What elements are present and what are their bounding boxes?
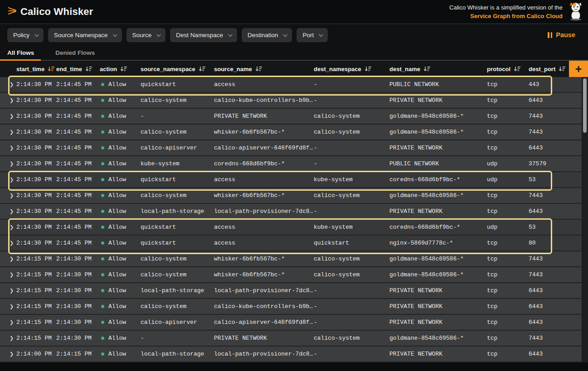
cell-protocol: tcp <box>487 97 529 104</box>
chevron-right-icon[interactable]: ❯ <box>0 97 16 103</box>
chevron-right-icon[interactable]: ❯ <box>0 304 16 309</box>
cell-action: Allow <box>100 176 141 183</box>
cell-dest_name: goldmane-8548c69586-* <box>389 192 487 199</box>
chevron-right-icon[interactable]: ❯ <box>0 240 16 246</box>
cell-source_namespace: kube-system <box>141 160 214 167</box>
table-row[interactable]: ❯2:14:30 PM2:14:45 PMAllowquickstartacce… <box>0 236 582 251</box>
cell-dest_namespace: calico-system <box>314 271 389 278</box>
green-dot-icon <box>101 226 104 229</box>
service-graph-link[interactable]: Service Graph from Calico Cloud <box>470 13 563 19</box>
cell-source_namespace: quickstart <box>141 81 214 88</box>
column-header-source_name[interactable]: source_name <box>214 66 314 72</box>
cell-source_namespace: calico-system <box>141 129 214 135</box>
chevron-right-icon[interactable]: ❯ <box>0 272 16 278</box>
table-row[interactable]: ❯2:14:30 PM2:14:45 PMAllowcalico-apiserv… <box>0 140 582 156</box>
chevron-right-icon[interactable]: ❯ <box>0 256 16 262</box>
column-header-dest_port[interactable]: dest_port <box>529 66 569 72</box>
cell-end_time: 2:14:30 PM <box>56 271 100 278</box>
green-dot-icon <box>101 337 104 340</box>
cell-start_time: 2:14:15 PM <box>16 287 56 294</box>
tab-all-flows[interactable]: All Flows <box>0 46 41 61</box>
tab-denied-flows[interactable]: Denied Flows <box>48 46 102 61</box>
cell-protocol: tcp <box>487 145 529 151</box>
cell-dest_namespace: - <box>314 319 389 326</box>
table-row[interactable]: ❯2:14:15 PM2:14:30 PMAllowcalico-systemc… <box>0 299 582 315</box>
cell-action: Allow <box>100 319 141 326</box>
column-header-action[interactable]: action <box>100 66 141 72</box>
chevron-right-icon[interactable]: ❯ <box>0 208 16 214</box>
cell-end_time: 2:14:45 PM <box>56 208 100 215</box>
cell-source_name: access <box>214 224 314 231</box>
table-row[interactable]: ❯2:14:30 PM2:14:45 PMAllowquickstartacce… <box>0 77 582 93</box>
filter-dropdown-port[interactable]: Port <box>296 28 328 42</box>
cell-end_time: 2:14:45 PM <box>56 81 100 88</box>
column-header-dest_name[interactable]: dest_name <box>389 66 487 72</box>
chevron-right-icon[interactable]: ❯ <box>0 351 16 357</box>
filter-dropdown-policy[interactable]: Policy <box>7 28 44 42</box>
filter-dropdown-source[interactable]: Source <box>126 28 166 42</box>
cell-dest_namespace: calico-system <box>314 255 389 262</box>
green-dot-icon <box>101 289 104 292</box>
chevron-right-icon[interactable]: ❯ <box>0 113 16 119</box>
cell-dest_name: goldmane-8548c69586-* <box>389 271 487 278</box>
cell-dest_namespace: - <box>314 97 389 104</box>
filter-dropdown-destination[interactable]: Destination <box>242 28 292 42</box>
cell-action: Allow <box>100 240 141 246</box>
table-row[interactable]: ❯2:14:15 PM2:14:30 PMAllowlocal-path-sto… <box>0 283 582 299</box>
table-row[interactable]: ❯2:14:30 PM2:14:45 PMAllowcalico-systemw… <box>0 188 582 204</box>
flows-table: start_timeend_timeactionsource_namespace… <box>0 61 588 362</box>
cell-dest_port: 53 <box>529 224 569 231</box>
scrollbar-thumb[interactable] <box>583 78 587 133</box>
chevron-right-icon[interactable]: ❯ <box>0 288 16 294</box>
table-row[interactable]: ❯2:14:30 PM2:14:45 PMAllow-PRIVATE NETWO… <box>0 109 582 125</box>
chevron-right-icon[interactable]: ❯ <box>0 145 16 151</box>
chevron-right-icon[interactable]: ❯ <box>0 319 16 325</box>
add-column-button[interactable]: + <box>569 61 588 77</box>
table-row[interactable]: ❯2:14:15 PM2:14:30 PMAllowcalico-systemw… <box>0 267 582 283</box>
column-header-protocol[interactable]: protocol <box>487 66 529 72</box>
table-row[interactable]: ❯2:14:30 PM2:14:45 PMAllowcalico-systemc… <box>0 93 582 109</box>
filter-dropdown-source-namespace[interactable]: Source Namespace <box>48 28 122 42</box>
table-row[interactable]: ❯2:14:15 PM2:14:30 PMAllowcalico-systemw… <box>0 251 582 267</box>
cell-action: Allow <box>100 129 141 135</box>
cell-dest_port: 443 <box>529 81 569 88</box>
cell-end_time: 2:14:45 PM <box>56 145 100 151</box>
chevron-right-icon[interactable]: ❯ <box>0 161 16 167</box>
table-row[interactable]: ❯2:14:30 PM2:14:45 PMAllowquickstartacce… <box>0 172 582 188</box>
vertical-scrollbar[interactable] <box>582 77 588 362</box>
table-row[interactable]: ❯2:14:30 PM2:14:45 PMAllowquickstartacce… <box>0 220 582 236</box>
green-dot-icon <box>101 194 104 197</box>
cell-protocol: tcp <box>487 81 529 88</box>
column-header-source_namespace[interactable]: source_namespace <box>141 66 214 72</box>
table-row[interactable]: ❯2:14:15 PM2:14:30 PMAllow-PRIVATE NETWO… <box>0 331 582 347</box>
cell-protocol: tcp <box>487 240 529 246</box>
chevron-right-icon[interactable]: ❯ <box>0 193 16 198</box>
table-row[interactable]: ❯2:14:30 PM2:14:45 PMAllowcalico-systemw… <box>0 125 582 140</box>
cell-dest_namespace: quickstart <box>314 240 389 246</box>
column-header-end_time[interactable]: end_time <box>56 66 100 72</box>
table-row[interactable]: ❯2:14:30 PM2:14:45 PMAllowlocal-path-sto… <box>0 204 582 220</box>
whisker-icon <box>7 6 18 18</box>
cell-dest_namespace: - <box>314 287 389 294</box>
cell-action: Allow <box>100 145 141 151</box>
pause-button[interactable]: Pause <box>548 31 581 39</box>
cell-protocol: tcp <box>487 271 529 278</box>
cell-dest_port: 80 <box>529 240 569 246</box>
table-row[interactable]: ❯2:14:30 PM2:14:45 PMAllowkube-systemcor… <box>0 156 582 172</box>
table-row[interactable]: ❯2:14:00 PM2:14:15 PMAllowlocal-path-sto… <box>0 347 582 362</box>
column-header-start_time[interactable]: start_time <box>16 66 56 72</box>
cell-dest_namespace: kube-system <box>314 176 389 183</box>
table-row[interactable]: ❯2:14:15 PM2:14:30 PMAllowcalico-apiserv… <box>0 315 582 331</box>
cell-source_namespace: quickstart <box>141 176 214 183</box>
flows-table-body: ❯2:14:30 PM2:14:45 PMAllowquickstartacce… <box>0 77 588 362</box>
cell-source_namespace: calico-system <box>141 303 214 310</box>
chevron-right-icon[interactable]: ❯ <box>0 177 16 183</box>
chevron-right-icon[interactable]: ❯ <box>0 224 16 230</box>
chevron-right-icon[interactable]: ❯ <box>0 335 16 341</box>
chevron-right-icon[interactable]: ❯ <box>0 82 16 87</box>
filter-dropdown-dest-namespace[interactable]: Dest Namespace <box>170 28 237 42</box>
column-header-dest_namespace[interactable]: dest_namespace <box>314 66 389 72</box>
cell-start_time: 2:14:15 PM <box>16 335 56 342</box>
cell-dest_name: nginx-5869d7778c-* <box>389 240 487 246</box>
chevron-right-icon[interactable]: ❯ <box>0 129 16 135</box>
